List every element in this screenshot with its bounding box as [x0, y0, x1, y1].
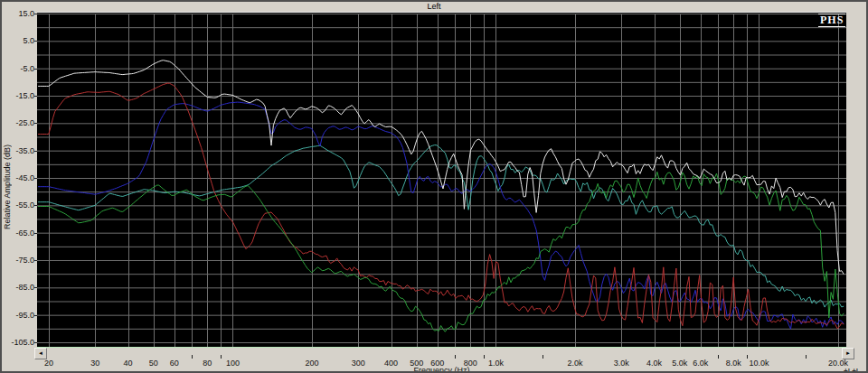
spectrum-chart: [37, 13, 846, 348]
y-axis-tick-label: -5.0: [4, 64, 34, 73]
phs-logo: PHS: [818, 14, 845, 27]
y-axis-tick-label: -105.0: [4, 338, 34, 347]
y-axis-tick-label: -75.0: [4, 256, 34, 265]
gridlines: [37, 14, 846, 347]
y-axis-tick-label: -65.0: [4, 228, 34, 238]
x-axis-tick: [542, 355, 543, 359]
x-axis-tick: [192, 355, 193, 359]
x-axis-tick: [455, 355, 456, 359]
y-axis-tick-label: 5.0: [4, 36, 34, 45]
x-axis-tick: [747, 355, 748, 359]
y-axis-tick-label: -15.0: [4, 91, 34, 100]
y-axis-tick-label: -85.0: [4, 283, 34, 292]
x-axis-tick: [806, 355, 807, 359]
y-axis-tick-label: 15.0: [4, 9, 34, 18]
chart-title: Left: [2, 2, 866, 12]
x-axis-tick: [221, 355, 222, 359]
y-axis-tick-label: -35.0: [4, 146, 34, 155]
zoom-controls[interactable]: +| +|: [844, 367, 858, 373]
trace-green: [38, 172, 844, 331]
plot-area[interactable]: [37, 13, 846, 348]
y-axis-title: Relative Amplitude (dB): [3, 115, 14, 259]
x-axis-tick: [484, 355, 485, 359]
analyzer-window: Left Relative Amplitude (dB) 15.05.0-5.0…: [0, 0, 868, 373]
y-axis-tick-label: -55.0: [4, 200, 34, 210]
trace-blue: [38, 102, 844, 329]
x-axis-tick: [718, 355, 719, 359]
x-axis-title: Frequency (Hz): [37, 366, 846, 373]
y-axis-tick-label: -25.0: [4, 118, 34, 127]
y-axis-tick-label: -95.0: [4, 311, 34, 320]
trace-white: [38, 61, 844, 275]
y-axis-tick-label: -45.0: [4, 173, 34, 182]
trace-cyan: [38, 145, 844, 308]
